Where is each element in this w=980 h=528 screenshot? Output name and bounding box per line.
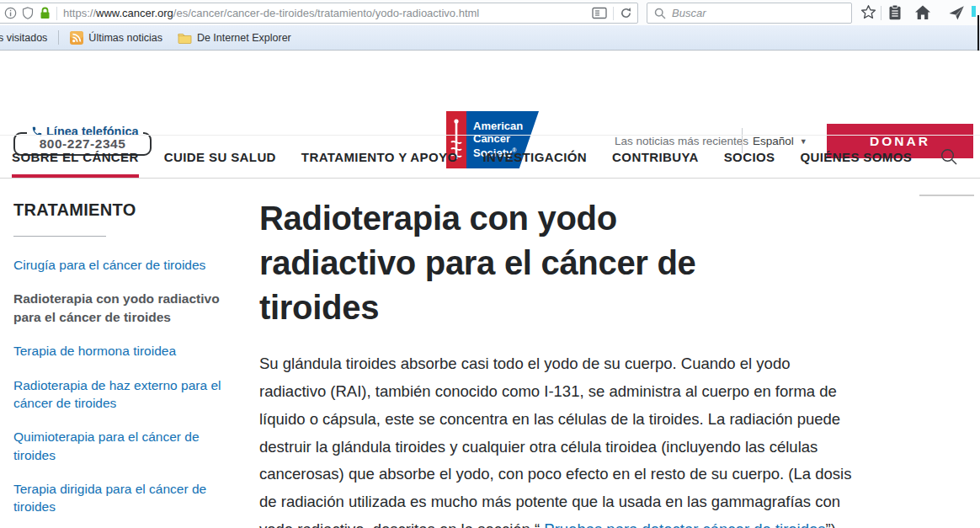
main-nav: SOBRE EL CÁNCER CUIDE SU SALUD TRATAMIEN… [0,135,980,179]
urlbar-divider [56,7,57,20]
nav-item-tratamiento-y-apoyo[interactable]: TRATAMIENTO Y APOYO [301,136,458,178]
reader-mode-icon[interactable] [592,7,607,19]
page-title: Radioterapia con yodo radiactivo para el… [259,196,781,329]
bookmark-label: De Internet Explorer [197,32,291,44]
nav-item-cuide-su-salud[interactable]: CUIDE SU SALUD [164,136,276,178]
url-path: /es/cancer/cancer-de-tiroides/tratamient… [173,7,479,19]
logo-line1: American [473,120,523,132]
url-host: www.cancer.org [96,7,173,19]
home-icon[interactable] [914,4,931,20]
toolbar-divider [881,6,881,20]
search-placeholder: Buscar [672,7,706,19]
bookmark-star-icon[interactable] [860,4,876,20]
lock-icon[interactable] [40,7,51,19]
bookmarks-divider [58,30,59,45]
url-text[interactable]: https://www.cancer.org/es/cancer/cancer-… [63,7,592,19]
sidebar-item-radioterapia-yodo: Radioterapia con yodo radiactivo para el… [13,290,239,326]
right-rail-divider [919,195,974,196]
bookmark-most-visited[interactable]: s visitados [0,32,51,44]
url-bar[interactable]: https://www.cancer.org/es/cancer/cancer-… [0,3,638,24]
sidebar-item-quimioterapia[interactable]: Quimioterapia para el cáncer de tiroides [13,428,239,464]
pruebas-link[interactable]: Pruebas para detectar cáncer de tiroides [544,520,825,528]
notification-mark [972,6,976,17]
send-icon[interactable] [948,4,965,21]
nav-item-investigacion[interactable]: INVESTIGACIÓN [483,136,588,178]
article: Radioterapia con yodo radiactivo para el… [259,196,854,528]
sidebar-item-radioterapia-haz-externo[interactable]: Radioterapia de haz externo para el cánc… [13,376,239,413]
reload-icon[interactable] [620,7,632,19]
article-paragraph: Su glándula tiroides absorbe casi todo e… [259,350,854,528]
tracking-shield-icon[interactable] [22,7,34,19]
bookmark-label: Últimas noticias [88,32,162,44]
rss-icon [70,31,83,45]
sidebar-item-terapia-hormona[interactable]: Terapia de hormona tiroidea [13,342,239,360]
nav-item-socios[interactable]: SOCIOS [724,136,775,178]
browser-window: https://www.cancer.org/es/cancer/cancer-… [0,0,980,528]
nav-item-contribuya[interactable]: CONTRIBUYA [612,136,699,178]
sidebar: TRATAMIENTO Cirugía para el cáncer de ti… [13,200,239,528]
bookmark-latest-news[interactable]: Últimas noticias [67,31,166,45]
search-bar[interactable]: Buscar [647,3,852,24]
browser-toolbar: https://www.cancer.org/es/cancer/cancer-… [0,0,980,25]
site-header: Línea telefónica 800-227-2345 AmericanCa… [0,51,980,135]
sidebar-item-cirugia[interactable]: Cirugía para el cáncer de tiroides [13,256,239,274]
bookmark-from-ie[interactable]: De Internet Explorer [174,32,295,44]
nav-item-sobre-el-cancer[interactable]: SOBRE EL CÁNCER [12,136,139,178]
bookmark-label: s visitados [0,32,47,44]
folder-icon [178,32,192,44]
urlbar-divider-2 [613,7,614,20]
url-scheme: https:// [63,7,96,19]
sidebar-item-terapia-dirigida[interactable]: Terapia dirigida para el cáncer de tiroi… [13,480,239,516]
sidebar-divider [13,236,106,237]
bookmarks-bar: s visitados Últimas noticias De Internet… [0,25,980,51]
nav-item-quienes-somos[interactable]: QUIÉNES SOMOS [800,136,912,178]
bookmarks-menu-icon[interactable] [887,4,903,21]
nav-search-icon[interactable] [940,136,958,178]
search-icon [654,8,666,19]
sidebar-title: TRATAMIENTO [13,200,239,220]
site-info-icon[interactable] [4,7,17,19]
paragraph-text: Su glándula tiroides absorbe casi todo e… [259,355,851,528]
paragraph-text-end: ”). [826,520,840,528]
